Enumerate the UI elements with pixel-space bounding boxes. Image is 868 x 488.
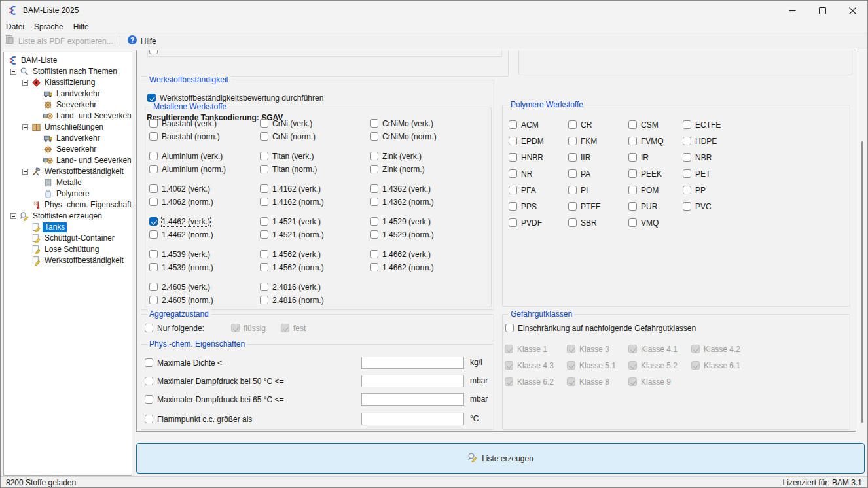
- tree-item-bam-liste[interactable]: BAM-Liste: [4, 55, 132, 66]
- tree-item-lose-sch-ttung[interactable]: Lose Schüttung: [4, 244, 132, 255]
- checkbox[interactable]: [260, 152, 268, 160]
- checkbox[interactable]: [568, 153, 577, 162]
- tree-item-werkstoffbest-ndigkeit[interactable]: Werkstoffbeständigkeit: [4, 166, 132, 177]
- close-button[interactable]: [837, 1, 867, 20]
- checkbox[interactable]: [628, 153, 637, 162]
- partial-checkbox[interactable]: [149, 50, 158, 54]
- checkbox[interactable]: [370, 184, 378, 193]
- checkbox[interactable]: [683, 169, 691, 178]
- checkbox[interactable]: [683, 153, 691, 162]
- checkbox[interactable]: [260, 165, 268, 173]
- checkbox[interactable]: [568, 186, 577, 194]
- checkbox[interactable]: [509, 120, 517, 129]
- checkbox[interactable]: [509, 218, 517, 227]
- tree-expander[interactable]: [22, 80, 28, 86]
- checkbox[interactable]: [628, 120, 637, 129]
- hazard-restrict-checkbox[interactable]: [505, 324, 514, 332]
- tree-item-tanks[interactable]: Tanks: [4, 222, 132, 233]
- checkbox[interactable]: [370, 198, 378, 206]
- checkbox[interactable]: [628, 137, 637, 145]
- max-vapor-65-input[interactable]: [361, 393, 464, 406]
- checkbox[interactable]: [149, 165, 158, 173]
- checkbox[interactable]: [145, 358, 153, 367]
- checkbox[interactable]: [370, 132, 378, 141]
- max-vapor-50-input[interactable]: [361, 375, 464, 387]
- checkbox[interactable]: [145, 395, 153, 404]
- checkbox[interactable]: [370, 250, 378, 258]
- checkbox[interactable]: [370, 119, 378, 128]
- checkbox[interactable]: [568, 202, 577, 211]
- checkbox[interactable]: [509, 169, 517, 178]
- checkbox[interactable]: [683, 186, 691, 194]
- checkbox[interactable]: [568, 169, 577, 178]
- aggregate-only-checkbox[interactable]: [145, 324, 153, 332]
- checkbox[interactable]: [568, 120, 577, 129]
- tree-expander[interactable]: [10, 213, 16, 219]
- tree-item-stofflisten-nach-themen[interactable]: Stofflisten nach Themen: [4, 66, 132, 77]
- menu-datei[interactable]: Datei: [1, 21, 29, 33]
- checkbox[interactable]: [149, 217, 158, 226]
- checkbox[interactable]: [683, 202, 691, 211]
- checkbox[interactable]: [370, 165, 378, 173]
- checkbox[interactable]: [568, 137, 577, 145]
- tree-item-polymere[interactable]: Polymere: [4, 188, 132, 200]
- checkbox[interactable]: [628, 186, 637, 194]
- checkbox[interactable]: [683, 137, 691, 145]
- checkbox[interactable]: [683, 120, 691, 129]
- checkbox[interactable]: [149, 296, 158, 304]
- help-button[interactable]: ? Hilfe: [123, 35, 160, 48]
- tree-item-stofflisten-erzeugen[interactable]: Stofflisten erzeugen: [4, 211, 132, 222]
- tree-item-seeverkehr[interactable]: Seeverkehr: [4, 144, 132, 155]
- checkbox[interactable]: [260, 263, 268, 271]
- checkbox[interactable]: [509, 202, 517, 211]
- tree-item-seeverkehr[interactable]: Seeverkehr: [4, 99, 132, 111]
- checkbox[interactable]: [149, 132, 158, 141]
- checkbox[interactable]: [260, 250, 268, 258]
- scrollbar-thumb[interactable]: [861, 141, 863, 423]
- checkbox[interactable]: [149, 184, 158, 193]
- checkbox[interactable]: [509, 137, 517, 145]
- checkbox[interactable]: [628, 169, 637, 178]
- checkbox[interactable]: [509, 186, 517, 194]
- checkbox[interactable]: [149, 263, 158, 271]
- tree-item-land-und-seeverkehr[interactable]: Land- und Seeverkehr: [4, 111, 132, 122]
- checkbox[interactable]: [149, 250, 158, 258]
- create-list-button[interactable]: Liste erzeugen: [136, 443, 865, 474]
- checkbox[interactable]: [149, 152, 158, 160]
- checkbox[interactable]: [628, 218, 637, 227]
- tree-item-klassifizierung[interactable]: Klassifizierung: [4, 77, 132, 88]
- evaluate-resistance-checkbox[interactable]: [147, 94, 156, 102]
- menu-sprache[interactable]: Sprache: [29, 21, 68, 33]
- checkbox[interactable]: [149, 198, 158, 206]
- flashpoint-input[interactable]: [361, 413, 464, 425]
- tree-item-landverkehr[interactable]: Landverkehr: [4, 88, 132, 99]
- checkbox[interactable]: [260, 119, 268, 128]
- tree-expander[interactable]: [22, 124, 28, 130]
- checkbox[interactable]: [370, 263, 378, 271]
- checkbox[interactable]: [568, 218, 577, 227]
- vertical-scrollbar[interactable]: [859, 50, 866, 432]
- checkbox[interactable]: [628, 202, 637, 211]
- tree-item-werkstoffbest-ndigkeit[interactable]: Werkstoffbeständigkeit: [4, 255, 132, 266]
- checkbox[interactable]: [370, 217, 378, 226]
- maximize-button[interactable]: [807, 1, 837, 20]
- checkbox[interactable]: [260, 132, 268, 141]
- tree-expander[interactable]: [22, 169, 28, 175]
- checkbox[interactable]: [260, 198, 268, 206]
- tree-expander[interactable]: [10, 69, 16, 75]
- checkbox[interactable]: [370, 152, 378, 160]
- menu-hilfe[interactable]: Hilfe: [69, 21, 94, 33]
- tree-item-metalle[interactable]: Metalle: [4, 177, 132, 188]
- checkbox[interactable]: [149, 119, 158, 128]
- checkbox[interactable]: [260, 184, 268, 193]
- max-density-input[interactable]: [361, 357, 464, 369]
- checkbox[interactable]: [370, 230, 378, 239]
- tree-item-umschlie-ungen[interactable]: Umschließungen: [4, 122, 132, 133]
- checkbox[interactable]: [260, 283, 268, 291]
- checkbox[interactable]: [260, 296, 268, 304]
- checkbox[interactable]: [145, 415, 153, 423]
- checkbox[interactable]: [260, 230, 268, 239]
- checkbox[interactable]: [149, 230, 158, 239]
- checkbox[interactable]: [260, 217, 268, 226]
- checkbox[interactable]: [145, 377, 153, 385]
